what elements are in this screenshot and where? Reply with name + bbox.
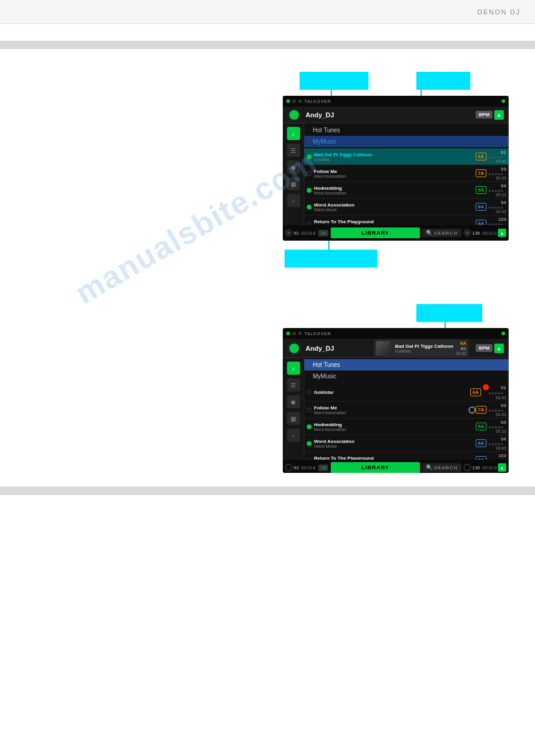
track-list-2: Goldstar 6A 81 ★★★★★ 03:40 xyxy=(304,383,509,460)
arrow-up-button-2[interactable]: ▲ xyxy=(494,344,504,353)
search-label: SEARCH xyxy=(434,230,458,236)
status-dot-2-r xyxy=(501,332,505,335)
bottom-key-badge-1: 7A xyxy=(318,230,329,236)
status-dot-2 xyxy=(292,99,296,103)
track-bpm: 94 xyxy=(492,200,506,205)
bpm-button-2[interactable]: BPM xyxy=(476,344,492,352)
track-info: Return To The Playground Word Associatio… xyxy=(314,456,476,460)
status-dot-2-3 xyxy=(298,332,302,335)
track-title: Follow Me xyxy=(314,169,476,174)
track-time: 04:20 xyxy=(489,412,506,417)
table-row[interactable]: Return To The Playground Word Associatio… xyxy=(304,452,509,460)
cyan-annotation-4 xyxy=(416,304,482,322)
table-row[interactable]: Bad Gal Ft Tiggz Calhoon Goldstar 6A 81 … xyxy=(304,148,509,165)
bottom-key-badge-2: 7A xyxy=(318,464,329,471)
track-key: 8A xyxy=(476,220,486,225)
playlist-item-mymusic-2[interactable]: MyMusic xyxy=(304,371,509,382)
cyan-annotation-3 xyxy=(285,250,377,268)
track-dot xyxy=(307,408,312,412)
table-row[interactable]: Word Association Silent Movie 8A 94 ★★★★… xyxy=(304,435,509,452)
red-dot-indicator xyxy=(483,384,489,390)
track-artist: Silent Movie xyxy=(314,208,476,212)
bottom-bpm-left-2: 92 xyxy=(294,465,299,470)
sidebar-icon-grid-2[interactable]: ▦ xyxy=(287,412,300,425)
now-playing-artist: Goldstar xyxy=(395,349,454,353)
track-artist: Word Association xyxy=(314,411,468,415)
table-row[interactable]: Return To The Playground Word Associatio… xyxy=(304,215,509,225)
track-dot xyxy=(307,205,312,210)
sidebar-icon-search-2[interactable]: ○ xyxy=(287,429,300,442)
dj-logo-1 xyxy=(288,108,301,122)
search-button-1[interactable]: 🔍 SEARCH xyxy=(422,229,461,237)
track-artist: Silent Movie xyxy=(314,444,476,448)
talkover-label-2: TALKOVER xyxy=(304,332,331,336)
playlist-item-mymusic[interactable]: MyMusic xyxy=(304,136,509,147)
search-icon: 🔍 xyxy=(426,230,433,236)
table-row[interactable]: Hodnedding Word Association 5A 94 ★★★★★ … xyxy=(304,182,509,199)
dj-logo-inner-2 xyxy=(289,344,299,353)
dj-username-1: Andy_DJ xyxy=(306,111,471,119)
library-button-2[interactable]: LIBRARY xyxy=(331,462,419,473)
status-bar-2: TALKOVER xyxy=(283,328,509,339)
sidebar-icon-music-2[interactable]: ♪ xyxy=(287,362,300,375)
deck-indicator-left xyxy=(285,229,292,236)
track-key: 8A xyxy=(476,439,486,447)
sidebar-icon-list-2[interactable]: ☰ xyxy=(287,378,300,391)
track-artist: Word Association xyxy=(314,224,476,226)
sidebar-icon-record[interactable]: ◉ xyxy=(287,160,300,174)
track-title: Hodnedding xyxy=(314,422,476,427)
track-thumbnail xyxy=(376,341,391,356)
screenshot-2: TALKOVER Andy_DJ Bad Gal Ft Tiggz Calhoo… xyxy=(283,328,509,473)
circle-indicator-group xyxy=(468,406,476,414)
screenshot-1: TALKOVER Andy_DJ BPM ▲ ♪ ☰ ◉ ▦ ○ xyxy=(283,96,509,241)
bottom-time-right-2: -03:31.0 xyxy=(481,466,497,470)
table-row[interactable]: Goldstar 6A 81 ★★★★★ 03:40 xyxy=(304,383,509,402)
track-dot xyxy=(307,154,312,159)
deck-indicator-left-2 xyxy=(285,464,292,471)
playlist-item-hottunes[interactable]: Hot Tunes xyxy=(304,125,509,136)
bottom-arrow-btn-2[interactable]: ▲ xyxy=(498,463,506,472)
now-playing-time: 03:40 xyxy=(456,351,467,356)
now-playing-meta: 6A 81 03:40 xyxy=(456,341,467,356)
library-button-1[interactable]: LIBRARY xyxy=(331,227,419,238)
status-dot-1 xyxy=(286,99,290,103)
table-row[interactable]: Hodnedding Word Association 5A 94 ★★★★★ … xyxy=(304,418,509,435)
dj-main-2: ♪ ☰ ◉ ▦ ○ Hot Tunes MyMusic xyxy=(283,358,509,460)
track-key: 7A xyxy=(476,169,486,177)
sidebar-icon-search[interactable]: ○ xyxy=(287,194,300,207)
dj-sidebar-2: ♪ ☰ ◉ ▦ ○ xyxy=(283,358,304,460)
track-time: 05:10 xyxy=(489,193,506,197)
track-stars: ★★★★★ xyxy=(488,172,506,176)
now-playing-widget: Bad Gal Ft Tiggz Calhoon Goldstar 6A 81 … xyxy=(374,339,469,357)
arrow-up-button-1[interactable]: ▲ xyxy=(494,110,504,120)
track-title: Follow Me xyxy=(314,405,468,411)
bpm-button-1[interactable]: BPM xyxy=(476,111,492,119)
bottom-arrow-btn-1[interactable]: ▲ xyxy=(498,229,506,237)
bottom-left-2: 92 -03:10.8 xyxy=(285,464,316,471)
dj-content-1: Hot Tunes MyMusic Bad Gal Ft Tiggz Calho… xyxy=(304,123,509,225)
sidebar-icon-list[interactable]: ☰ xyxy=(287,144,300,157)
sidebar-icon-record-2[interactable]: ◉ xyxy=(287,395,300,408)
now-playing-bpm: 81 xyxy=(461,346,466,351)
sidebar-icon-music[interactable]: ♪ xyxy=(287,127,300,140)
now-playing-info: Bad Gal Ft Tiggz Calhoon Goldstar xyxy=(395,344,454,353)
track-time: 03:43 xyxy=(489,446,506,450)
track-stars: ★★★★★ xyxy=(488,425,506,429)
table-row[interactable]: Follow Me Word Association 7A 93 ★★★★★ 0… xyxy=(304,165,509,182)
brand-bar: DENON DJ xyxy=(0,0,535,24)
table-row[interactable]: Follow Me Word Association 7A 93 ★★★★★ 0… xyxy=(304,402,509,418)
search-button-2[interactable]: 🔍 SEARCH xyxy=(422,463,461,472)
playlist-nav-2: Hot Tunes MyMusic xyxy=(304,358,509,383)
bottom-time-left: -03:10.8 xyxy=(300,231,316,235)
playlist-item-hottunes-2[interactable]: Hot Tunes xyxy=(304,359,509,371)
track-info: Return To The Playground Word Associatio… xyxy=(314,219,476,226)
track-stars: ★★★★★ xyxy=(488,408,506,412)
track-bpm: 103 xyxy=(492,453,506,459)
track-time: 03:43 xyxy=(489,210,506,214)
sidebar-icon-grid[interactable]: ▦ xyxy=(287,177,300,190)
bottom-time-left-2: -03:10.8 xyxy=(300,466,316,470)
dj-sidebar-1: ♪ ☰ ◉ ▦ ○ xyxy=(283,123,304,225)
table-row[interactable]: Word Association Silent Movie 8A 94 ★★★★… xyxy=(304,199,509,215)
track-dot xyxy=(307,424,312,429)
track-bpm: 93 xyxy=(492,166,506,172)
